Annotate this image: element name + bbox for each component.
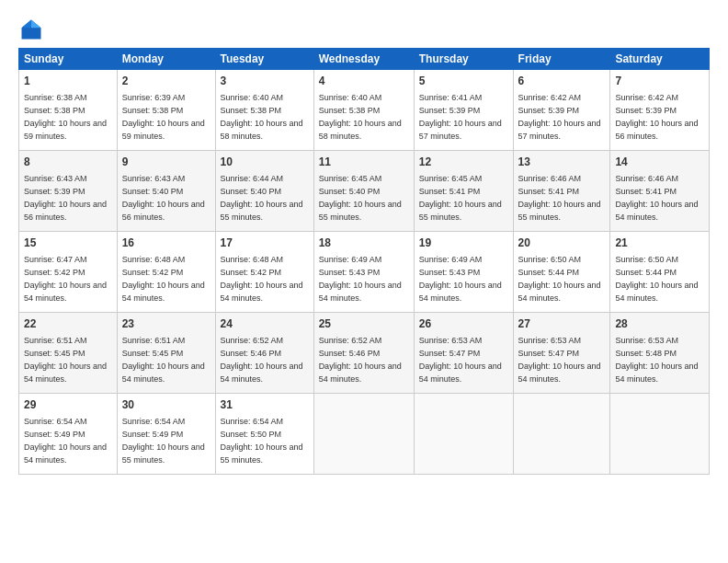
day-info: Sunrise: 6:42 AMSunset: 5:39 PMDaylight:… xyxy=(615,93,698,141)
day-cell: 27 Sunrise: 6:53 AMSunset: 5:47 PMDaylig… xyxy=(513,313,610,394)
day-info: Sunrise: 6:42 AMSunset: 5:39 PMDaylight:… xyxy=(518,93,601,141)
page: SundayMondayTuesdayWednesdayThursdayFrid… xyxy=(0,0,728,563)
day-number: 31 xyxy=(221,397,309,413)
day-number: 26 xyxy=(419,316,508,332)
calendar-table: SundayMondayTuesdayWednesdayThursdayFrid… xyxy=(18,48,710,475)
day-number: 14 xyxy=(615,155,704,170)
day-number: 16 xyxy=(122,236,210,251)
day-cell: 11 Sunrise: 6:45 AMSunset: 5:40 PMDaylig… xyxy=(313,151,414,232)
day-info: Sunrise: 6:49 AMSunset: 5:43 PMDaylight:… xyxy=(319,255,402,303)
day-number: 30 xyxy=(122,397,210,413)
day-info: Sunrise: 6:38 AMSunset: 5:38 PMDaylight:… xyxy=(24,93,107,141)
weekday-header-row: SundayMondayTuesdayWednesdayThursdayFrid… xyxy=(19,49,710,70)
day-cell: 4 Sunrise: 6:40 AMSunset: 5:38 PMDayligh… xyxy=(313,70,414,151)
day-cell: 14 Sunrise: 6:46 AMSunset: 5:41 PMDaylig… xyxy=(610,151,710,232)
day-cell: 20 Sunrise: 6:50 AMSunset: 5:44 PMDaylig… xyxy=(513,232,610,313)
day-cell: 3 Sunrise: 6:40 AMSunset: 5:38 PMDayligh… xyxy=(215,70,313,151)
logo-icon xyxy=(18,17,44,42)
day-cell: 1 Sunrise: 6:38 AMSunset: 5:38 PMDayligh… xyxy=(19,70,118,151)
weekday-header-saturday: Saturday xyxy=(610,49,710,70)
week-row-3: 15 Sunrise: 6:47 AMSunset: 5:42 PMDaylig… xyxy=(19,232,710,313)
day-number: 17 xyxy=(221,236,309,251)
day-info: Sunrise: 6:51 AMSunset: 5:45 PMDaylight:… xyxy=(24,336,107,384)
day-number: 28 xyxy=(615,316,704,332)
day-cell: 2 Sunrise: 6:39 AMSunset: 5:38 PMDayligh… xyxy=(117,70,215,151)
day-info: Sunrise: 6:50 AMSunset: 5:44 PMDaylight:… xyxy=(518,255,601,303)
weekday-header-friday: Friday xyxy=(513,49,610,70)
day-number: 1 xyxy=(24,74,112,89)
day-info: Sunrise: 6:39 AMSunset: 5:38 PMDaylight:… xyxy=(122,93,205,141)
day-info: Sunrise: 6:45 AMSunset: 5:41 PMDaylight:… xyxy=(419,174,502,222)
day-cell: 15 Sunrise: 6:47 AMSunset: 5:42 PMDaylig… xyxy=(19,232,118,313)
day-info: Sunrise: 6:54 AMSunset: 5:50 PMDaylight:… xyxy=(221,417,303,465)
day-info: Sunrise: 6:47 AMSunset: 5:42 PMDaylight:… xyxy=(24,255,107,303)
day-info: Sunrise: 6:45 AMSunset: 5:40 PMDaylight:… xyxy=(319,174,402,222)
day-number: 10 xyxy=(221,155,309,170)
svg-marker-2 xyxy=(22,20,32,29)
day-number: 27 xyxy=(518,316,606,332)
day-cell: 13 Sunrise: 6:46 AMSunset: 5:41 PMDaylig… xyxy=(513,151,610,232)
day-info: Sunrise: 6:52 AMSunset: 5:46 PMDaylight:… xyxy=(319,336,402,384)
day-number: 6 xyxy=(518,74,606,89)
weekday-header-sunday: Sunday xyxy=(19,49,118,70)
day-number: 11 xyxy=(319,155,409,170)
weekday-header-thursday: Thursday xyxy=(414,49,513,70)
day-info: Sunrise: 6:40 AMSunset: 5:38 PMDaylight:… xyxy=(319,93,402,141)
day-number: 2 xyxy=(122,74,210,89)
day-cell: 17 Sunrise: 6:48 AMSunset: 5:42 PMDaylig… xyxy=(215,232,313,313)
day-cell xyxy=(313,394,414,475)
header xyxy=(18,17,710,42)
day-number: 18 xyxy=(319,236,409,251)
day-number: 20 xyxy=(518,236,606,251)
day-cell: 7 Sunrise: 6:42 AMSunset: 5:39 PMDayligh… xyxy=(610,70,710,151)
day-cell: 19 Sunrise: 6:49 AMSunset: 5:43 PMDaylig… xyxy=(414,232,513,313)
week-row-1: 1 Sunrise: 6:38 AMSunset: 5:38 PMDayligh… xyxy=(19,70,710,151)
day-info: Sunrise: 6:43 AMSunset: 5:39 PMDaylight:… xyxy=(24,174,107,222)
day-cell: 30 Sunrise: 6:54 AMSunset: 5:49 PMDaylig… xyxy=(117,394,215,475)
day-cell: 23 Sunrise: 6:51 AMSunset: 5:45 PMDaylig… xyxy=(117,313,215,394)
day-info: Sunrise: 6:53 AMSunset: 5:47 PMDaylight:… xyxy=(419,336,502,384)
day-number: 15 xyxy=(24,236,112,251)
day-cell xyxy=(414,394,513,475)
day-cell: 25 Sunrise: 6:52 AMSunset: 5:46 PMDaylig… xyxy=(313,313,414,394)
week-row-4: 22 Sunrise: 6:51 AMSunset: 5:45 PMDaylig… xyxy=(19,313,710,394)
day-info: Sunrise: 6:54 AMSunset: 5:49 PMDaylight:… xyxy=(122,417,205,465)
day-cell: 21 Sunrise: 6:50 AMSunset: 5:44 PMDaylig… xyxy=(610,232,710,313)
day-cell: 29 Sunrise: 6:54 AMSunset: 5:49 PMDaylig… xyxy=(19,394,118,475)
day-cell: 16 Sunrise: 6:48 AMSunset: 5:42 PMDaylig… xyxy=(117,232,215,313)
day-cell xyxy=(610,394,710,475)
day-info: Sunrise: 6:53 AMSunset: 5:47 PMDaylight:… xyxy=(518,336,601,384)
day-info: Sunrise: 6:44 AMSunset: 5:40 PMDaylight:… xyxy=(221,174,303,222)
day-number: 3 xyxy=(221,74,309,89)
day-number: 4 xyxy=(319,74,409,89)
day-cell: 6 Sunrise: 6:42 AMSunset: 5:39 PMDayligh… xyxy=(513,70,610,151)
logo xyxy=(18,17,48,42)
day-number: 22 xyxy=(24,316,112,332)
day-info: Sunrise: 6:50 AMSunset: 5:44 PMDaylight:… xyxy=(615,255,698,303)
day-number: 25 xyxy=(319,316,409,332)
day-info: Sunrise: 6:48 AMSunset: 5:42 PMDaylight:… xyxy=(221,255,303,303)
day-number: 19 xyxy=(419,236,508,251)
day-cell: 28 Sunrise: 6:53 AMSunset: 5:48 PMDaylig… xyxy=(610,313,710,394)
day-number: 13 xyxy=(518,155,606,170)
weekday-header-monday: Monday xyxy=(117,49,215,70)
day-number: 21 xyxy=(615,236,704,251)
day-info: Sunrise: 6:46 AMSunset: 5:41 PMDaylight:… xyxy=(615,174,698,222)
day-info: Sunrise: 6:43 AMSunset: 5:40 PMDaylight:… xyxy=(122,174,205,222)
day-cell: 24 Sunrise: 6:52 AMSunset: 5:46 PMDaylig… xyxy=(215,313,313,394)
day-cell: 26 Sunrise: 6:53 AMSunset: 5:47 PMDaylig… xyxy=(414,313,513,394)
day-info: Sunrise: 6:54 AMSunset: 5:49 PMDaylight:… xyxy=(24,417,107,465)
day-number: 24 xyxy=(221,316,309,332)
day-info: Sunrise: 6:40 AMSunset: 5:38 PMDaylight:… xyxy=(221,93,303,141)
day-cell: 22 Sunrise: 6:51 AMSunset: 5:45 PMDaylig… xyxy=(19,313,118,394)
day-info: Sunrise: 6:41 AMSunset: 5:39 PMDaylight:… xyxy=(419,93,502,141)
svg-marker-1 xyxy=(31,20,41,29)
day-info: Sunrise: 6:52 AMSunset: 5:46 PMDaylight:… xyxy=(221,336,303,384)
day-cell: 18 Sunrise: 6:49 AMSunset: 5:43 PMDaylig… xyxy=(313,232,414,313)
day-info: Sunrise: 6:51 AMSunset: 5:45 PMDaylight:… xyxy=(122,336,205,384)
day-number: 23 xyxy=(122,316,210,332)
day-cell: 5 Sunrise: 6:41 AMSunset: 5:39 PMDayligh… xyxy=(414,70,513,151)
day-info: Sunrise: 6:46 AMSunset: 5:41 PMDaylight:… xyxy=(518,174,601,222)
day-cell: 10 Sunrise: 6:44 AMSunset: 5:40 PMDaylig… xyxy=(215,151,313,232)
weekday-header-tuesday: Tuesday xyxy=(215,49,313,70)
